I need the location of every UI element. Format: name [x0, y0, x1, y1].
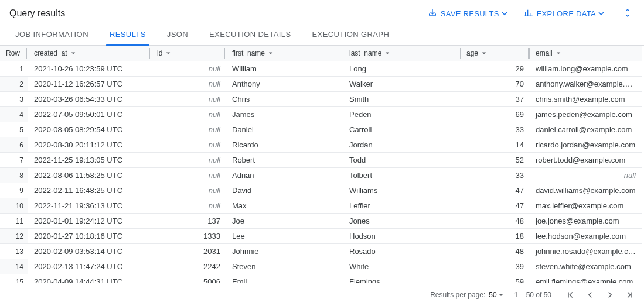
- table-cell: Ricardo: [226, 137, 343, 153]
- table-cell: james.peden@example.com: [530, 107, 642, 122]
- table-row: 52020-08-05 08:29:54 UTCnullDanielCarrol…: [0, 122, 642, 137]
- table-cell: david.williams@example.com: [530, 183, 642, 198]
- table-cell: Williams: [343, 183, 461, 198]
- table-cell: 2022-11-25 19:13:05 UTC: [28, 153, 151, 168]
- tab-execution-details[interactable]: EXECUTION DETAILS: [199, 23, 301, 46]
- col-last-name[interactable]: last_name: [343, 46, 461, 61]
- table-cell: Todd: [343, 153, 461, 168]
- col-age[interactable]: age: [461, 46, 530, 61]
- table-cell: joe.jones@example.com: [530, 214, 642, 229]
- tab-json[interactable]: JSON: [156, 23, 199, 46]
- table-cell: 2022-08-06 11:58:25 UTC: [28, 168, 151, 183]
- col-id[interactable]: id: [151, 46, 226, 61]
- table-cell: Walker: [343, 77, 461, 92]
- table-cell: Peden: [343, 107, 461, 122]
- table-cell: Long: [343, 61, 461, 77]
- table-cell: 47: [461, 183, 530, 198]
- table-row: 112020-01-01 19:24:12 UTC137JoeJones48jo…: [0, 214, 642, 229]
- table-cell: chris.smith@example.com: [530, 92, 642, 107]
- last-page-button[interactable]: [622, 287, 638, 303]
- sort-icon: [482, 51, 486, 56]
- per-page-label: Results per page:: [430, 291, 485, 299]
- table-cell: 70: [461, 77, 530, 92]
- table-cell: 48: [461, 214, 530, 229]
- table-cell: 2020-03-26 06:54:33 UTC: [28, 92, 151, 107]
- table-cell: 9: [0, 183, 28, 198]
- table-cell: 8: [0, 168, 28, 183]
- table-cell: 2022-11-21 19:36:13 UTC: [28, 198, 151, 214]
- table-cell: 12: [0, 229, 28, 244]
- table-cell: null: [151, 107, 226, 122]
- table-row: 12021-10-26 10:23:59 UTCnullWilliamLong2…: [0, 61, 642, 77]
- tab-results[interactable]: RESULTS: [99, 23, 156, 46]
- per-page-select[interactable]: 50: [489, 291, 503, 299]
- save-icon: [428, 8, 437, 19]
- sort-icon: [268, 51, 273, 56]
- table-cell: null: [151, 153, 226, 168]
- table-cell: 2020-02-09 03:53:14 UTC: [28, 244, 151, 259]
- caret-down-icon: [503, 9, 507, 18]
- save-results-button[interactable]: SAVE RESULTS: [428, 8, 507, 19]
- table-cell: 2020-11-12 16:26:57 UTC: [28, 77, 151, 92]
- tab-execution-graph[interactable]: EXECUTION GRAPH: [302, 23, 400, 46]
- table-cell: null: [151, 77, 226, 92]
- page-title: Query results: [9, 8, 65, 19]
- table-cell: null: [151, 122, 226, 137]
- table-cell: null: [151, 168, 226, 183]
- table-row: 92022-02-11 16:48:25 UTCnullDavidWilliam…: [0, 183, 642, 198]
- table-cell: White: [343, 259, 461, 274]
- table-cell: 18: [461, 229, 530, 244]
- table-cell: David: [226, 183, 343, 198]
- results-table: Row created_at id first_name last_name a…: [0, 46, 642, 290]
- table-cell: 2031: [151, 244, 226, 259]
- table-cell: James: [226, 107, 343, 122]
- table-cell: 47: [461, 198, 530, 214]
- table-cell: robert.todd@example.com: [530, 153, 642, 168]
- table-cell: anthony.walker@example.com: [530, 77, 642, 92]
- table-cell: 2242: [151, 259, 226, 274]
- table-cell: max.leffler@example.com: [530, 198, 642, 214]
- col-first-name[interactable]: first_name: [226, 46, 343, 61]
- table-cell: null: [151, 183, 226, 198]
- table-cell: Jones: [343, 214, 461, 229]
- table-cell: daniel.carroll@example.com: [530, 122, 642, 137]
- col-row[interactable]: Row: [0, 46, 28, 61]
- explore-data-label: EXPLORE DATA: [537, 9, 596, 18]
- table-cell: 2020-02-13 11:47:24 UTC: [28, 259, 151, 274]
- sort-icon: [71, 51, 76, 56]
- expand-collapse-button[interactable]: [621, 6, 635, 22]
- table-cell: steven.white@example.com: [530, 259, 642, 274]
- table-cell: null: [151, 92, 226, 107]
- prev-page-button[interactable]: [582, 287, 598, 303]
- chart-icon: [524, 8, 533, 19]
- first-page-button[interactable]: [562, 287, 578, 303]
- table-row: 22020-11-12 16:26:57 UTCnullAnthonyWalke…: [0, 77, 642, 92]
- col-created-at[interactable]: created_at: [28, 46, 151, 61]
- table-cell: Carroll: [343, 122, 461, 137]
- table-cell: Anthony: [226, 77, 343, 92]
- table-cell: 48: [461, 244, 530, 259]
- next-page-button[interactable]: [602, 287, 618, 303]
- table-cell: 2021-10-26 10:23:59 UTC: [28, 61, 151, 77]
- table-cell: 6: [0, 137, 28, 153]
- table-cell: 137: [151, 214, 226, 229]
- table-cell: Hodson: [343, 229, 461, 244]
- sort-icon: [166, 51, 171, 56]
- table-cell: 13: [0, 244, 28, 259]
- table-cell: Smith: [343, 92, 461, 107]
- table-cell: Leffler: [343, 198, 461, 214]
- caret-down-icon: [599, 9, 604, 18]
- table-cell: johnnie.rosado@example.com: [530, 244, 642, 259]
- col-email[interactable]: email: [530, 46, 642, 61]
- explore-data-button[interactable]: EXPLORE DATA: [524, 8, 604, 19]
- table-cell: 10: [0, 198, 28, 214]
- table-cell: Joe: [226, 214, 343, 229]
- table-cell: Robert: [226, 153, 343, 168]
- table-cell: Chris: [226, 92, 343, 107]
- tab-job-information[interactable]: JOB INFORMATION: [5, 23, 99, 46]
- table-cell: Johnnie: [226, 244, 343, 259]
- table-cell: 14: [0, 259, 28, 274]
- table-cell: 4: [0, 107, 28, 122]
- table-row: 72022-11-25 19:13:05 UTCnullRobertTodd52…: [0, 153, 642, 168]
- sort-icon: [385, 51, 390, 56]
